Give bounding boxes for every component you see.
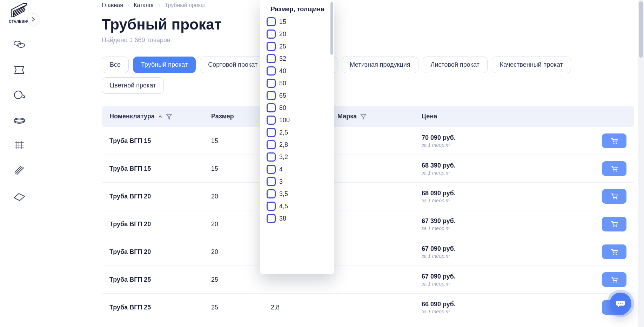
checkbox[interactable] — [267, 42, 276, 51]
th-price-label: Цена — [422, 113, 437, 120]
chip-1[interactable]: Трубный прокат — [133, 57, 196, 73]
profile-icon[interactable] — [8, 185, 30, 207]
chip-7[interactable]: Цветной прокат — [102, 77, 164, 94]
th-grade[interactable]: Марка — [337, 113, 422, 120]
table-row[interactable]: Труба ВГП 151568 390 руб.за 1 теор.т — [102, 155, 634, 183]
filter-option[interactable]: 80 — [267, 103, 328, 112]
price-unit: за 1 теор.т — [422, 225, 456, 231]
filter-option[interactable]: 2,8 — [267, 140, 328, 149]
beam-icon[interactable] — [8, 59, 30, 80]
filter-option[interactable]: 3 — [267, 177, 328, 186]
filter-option[interactable]: 3,5 — [267, 189, 328, 198]
sort-asc-icon[interactable] — [158, 115, 162, 119]
cell-name: Труба ВГП 25 — [109, 276, 211, 283]
checkbox[interactable] — [267, 66, 276, 76]
checkbox[interactable] — [267, 79, 276, 88]
breadcrumb-link[interactable]: Каталог — [134, 2, 154, 8]
checkbox[interactable] — [267, 140, 276, 149]
chip-5[interactable]: Листовой прокат — [423, 57, 488, 73]
category-chips: ВсеТрубный прокатСортовой прокатФасонный… — [102, 57, 634, 94]
mesh-icon[interactable] — [8, 135, 30, 156]
page-title: Трубный прокат — [102, 16, 634, 33]
checkbox[interactable] — [267, 165, 276, 174]
checkbox[interactable] — [267, 91, 276, 100]
cell-price: 67 390 руб.за 1 теор.т — [422, 217, 626, 231]
coil-icon[interactable] — [8, 84, 30, 106]
table-header: Номенклатура Размер Марка — [102, 106, 634, 127]
scrollbar-thumb[interactable] — [639, 1, 643, 58]
sidebar-expand-button[interactable] — [27, 13, 39, 25]
add-to-cart-button[interactable] — [602, 133, 626, 148]
checkbox[interactable] — [267, 152, 276, 162]
chip-4[interactable]: Метизная продукция — [342, 57, 418, 73]
checkbox[interactable] — [267, 177, 276, 186]
checkbox[interactable] — [267, 202, 276, 211]
logo[interactable]: СТАЛЕВИЧ — [9, 2, 30, 24]
table-row[interactable]: Труба ВГП 151570 090 руб.за 1 теор.т — [102, 127, 634, 155]
filter-option-label: 80 — [279, 104, 286, 112]
filter-option[interactable]: 50 — [267, 79, 328, 88]
chat-button[interactable] — [610, 293, 631, 314]
filter-option[interactable]: 20 — [267, 30, 328, 39]
filter-option[interactable]: 32 — [267, 54, 328, 63]
filter-option[interactable]: 4,5 — [267, 202, 328, 211]
table-row[interactable]: Труба ВГП 202067 390 руб.за 1 теор.т — [102, 210, 634, 238]
filter-option[interactable]: 100 — [267, 116, 328, 125]
cart-icon — [610, 248, 618, 256]
results-count: Найдено 1 669 товаров — [102, 37, 634, 44]
checkbox[interactable] — [267, 116, 276, 125]
page-scrollbar[interactable] — [638, 0, 644, 327]
filter-option[interactable]: 25 — [267, 42, 328, 51]
filter-option-label: 4 — [279, 166, 283, 173]
table-row[interactable]: Труба ВГП 202067 090 руб.за 1 теор.т — [102, 238, 634, 266]
checkbox[interactable] — [267, 103, 276, 112]
cart-icon — [610, 164, 618, 173]
filter-icon[interactable] — [166, 113, 172, 120]
add-to-cart-button[interactable] — [602, 161, 626, 176]
svg-point-5 — [613, 143, 614, 144]
price-unit: за 1 теор.т — [422, 142, 456, 148]
checkbox[interactable] — [267, 54, 276, 63]
chip-6[interactable]: Качественный прокат — [492, 57, 571, 73]
pipes-icon[interactable] — [8, 33, 30, 55]
table-row[interactable]: Труба ВГП 202068 090 руб.за 1 теор.т — [102, 183, 634, 210]
table-row[interactable]: Труба ВГП 25252,866 090 руб.за 1 теор.т — [102, 294, 634, 321]
chip-2[interactable]: Сортовой прокат — [200, 57, 266, 73]
filter-option[interactable]: 2,5 — [267, 128, 328, 137]
filter-option-label: 4,5 — [279, 203, 288, 210]
filter-option[interactable]: 3,2 — [267, 152, 328, 162]
table-row[interactable]: Труба ВГП 252567 090 руб.за 1 теор.т — [102, 266, 634, 294]
checkbox[interactable] — [267, 189, 276, 198]
cell-price: 70 090 руб.за 1 теор.т — [422, 133, 626, 148]
filter-option[interactable]: 15 — [267, 17, 328, 26]
breadcrumb-current: Трубный прокат — [165, 2, 206, 8]
sidebar: СТАЛЕВИЧ — [0, 0, 39, 327]
rods-icon[interactable] — [8, 160, 30, 182]
checkbox[interactable] — [267, 128, 276, 137]
checkbox[interactable] — [267, 30, 276, 39]
chip-0[interactable]: Все — [102, 57, 129, 73]
filter-option-label: 2,8 — [279, 141, 288, 149]
filter-option-label: 65 — [279, 92, 286, 99]
checkbox[interactable] — [267, 17, 276, 26]
filter-icon[interactable] — [360, 113, 367, 120]
filter-option-label: 3,2 — [279, 153, 288, 161]
add-to-cart-button[interactable] — [602, 244, 626, 259]
svg-point-21 — [622, 302, 623, 303]
filter-option[interactable]: 4 — [267, 165, 328, 174]
svg-point-14 — [616, 254, 617, 255]
checkbox[interactable] — [267, 214, 276, 223]
filter-option[interactable]: 40 — [267, 66, 328, 76]
th-name[interactable]: Номенклатура — [109, 113, 211, 120]
add-to-cart-button[interactable] — [602, 189, 626, 204]
filter-option[interactable]: 65 — [267, 91, 328, 100]
dropdown-list: 15202532405065801002,52,83,2433,54,538 — [267, 17, 328, 223]
svg-point-2 — [14, 91, 22, 99]
filter-option[interactable]: 38 — [267, 214, 328, 223]
add-to-cart-button[interactable] — [602, 272, 626, 287]
ring-icon[interactable] — [8, 109, 30, 131]
add-to-cart-button[interactable] — [602, 217, 626, 231]
breadcrumb-link[interactable]: Главная — [102, 2, 123, 8]
size-filter-dropdown[interactable]: Размер, толщина 15202532405065801002,52,… — [260, 0, 334, 274]
filter-option-label: 25 — [279, 43, 286, 50]
